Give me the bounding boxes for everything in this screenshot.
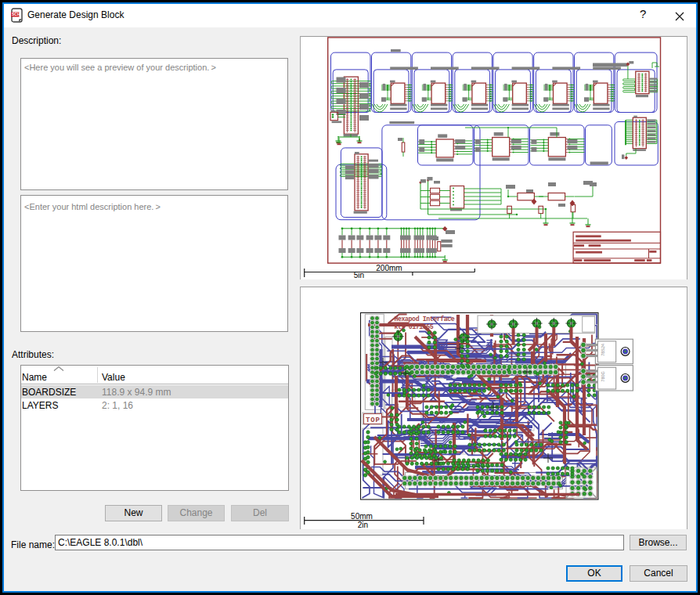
svg-text:50mm: 50mm	[351, 512, 373, 521]
svg-text:200mm: 200mm	[376, 264, 402, 272]
svg-text:kts 0171555: kts 0171555	[395, 323, 434, 330]
svg-text:780G: 780G	[601, 371, 605, 381]
svg-text:2in: 2in	[358, 521, 368, 529]
svg-text:TOP: TOP	[366, 416, 381, 424]
svg-text:SCH: SCH	[12, 12, 20, 16]
svg-text:78S24: 78S24	[601, 344, 605, 356]
svg-text:Hexapod Interface: Hexapod Interface	[395, 316, 455, 323]
svg-text:5in: 5in	[354, 271, 364, 279]
